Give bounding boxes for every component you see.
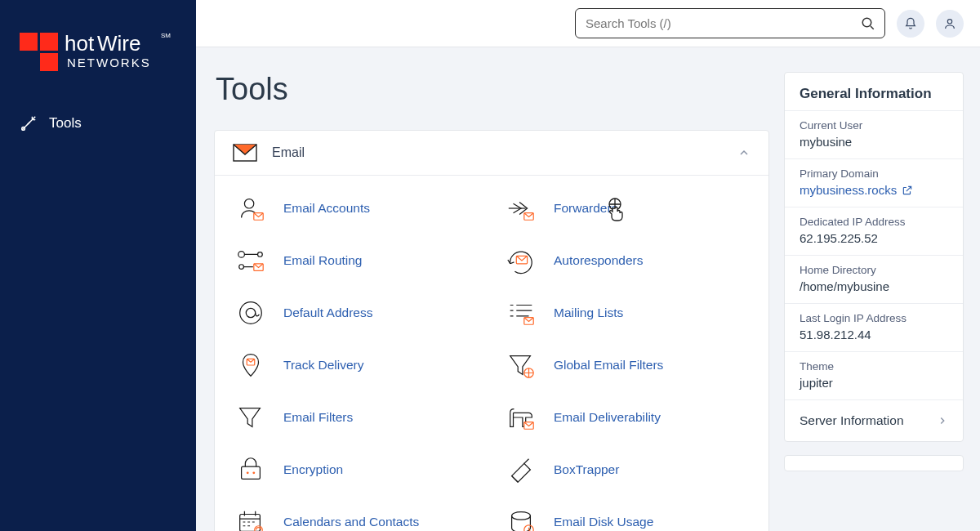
tool-label: Email Deliverability (554, 410, 661, 425)
notifications-button[interactable] (897, 10, 924, 38)
server-link-label: Server Information (800, 413, 904, 428)
email-tools-grid: Email Accounts Forwarders (215, 176, 768, 531)
search-field[interactable] (575, 8, 885, 38)
svg-point-30 (255, 526, 263, 531)
sidebar-item-tools[interactable]: Tools (0, 105, 196, 142)
tool-mailing-lists[interactable]: Mailing Lists (492, 287, 762, 339)
tool-label: BoxTrapper (554, 462, 619, 477)
external-link-icon (902, 185, 913, 196)
email-section-header[interactable]: Email (215, 131, 768, 176)
info-row-last-login: Last Login IP Address 51.98.212.44 (785, 303, 963, 351)
svg-text:Wire: Wire (97, 31, 140, 56)
cursor-pointer-icon (606, 197, 627, 221)
info-label: Theme (800, 360, 948, 373)
search-icon (861, 16, 875, 31)
global-email-filters-icon (505, 349, 537, 382)
default-address-icon (234, 297, 267, 329)
server-information-link[interactable]: Server Information (785, 399, 963, 441)
tool-label: Email Disk Usage (554, 515, 653, 529)
tool-label: Mailing Lists (554, 306, 623, 320)
forwarders-icon (505, 192, 537, 225)
tool-default-address[interactable]: Default Address (221, 287, 492, 339)
svg-point-21 (246, 308, 255, 317)
info-value: 51.98.212.44 (800, 328, 948, 341)
search-input[interactable] (575, 8, 885, 38)
tool-email-filters[interactable]: Email Filters (221, 391, 492, 444)
tool-label: Global Email Filters (554, 358, 663, 373)
svg-point-28 (252, 471, 255, 474)
mailing-lists-icon (505, 297, 537, 329)
info-value: mybusiness.rocks (800, 183, 897, 197)
info-sidebar: General Information Current User mybusin… (784, 72, 964, 484)
tool-autoresponders[interactable]: Autoresponders (492, 234, 762, 287)
primary-domain-link[interactable]: mybusiness.rocks (800, 183, 948, 197)
email-filters-icon (234, 401, 267, 434)
email-deliverability-icon (505, 401, 537, 434)
tool-calendars-and-contacts[interactable]: Calendars and Contacts (221, 496, 492, 531)
chevron-right-icon (937, 415, 948, 426)
track-delivery-icon (234, 349, 267, 382)
info-value: mybusine (800, 135, 948, 149)
info-label: Dedicated IP Address (800, 216, 948, 228)
topbar (196, 0, 980, 47)
svg-point-15 (238, 252, 245, 258)
email-accounts-icon (234, 192, 267, 225)
info-value: 62.195.225.52 (800, 231, 948, 245)
tool-email-routing[interactable]: Email Routing (221, 234, 492, 287)
svg-text:SM: SM (161, 32, 171, 39)
email-disk-usage-icon (505, 506, 537, 531)
tool-email-accounts[interactable]: Email Accounts (221, 182, 492, 234)
tool-label: Calendars and Contacts (283, 515, 419, 529)
brand-logo: hot Wire SM NETWORKS (0, 23, 196, 105)
svg-rect-0 (20, 33, 38, 51)
info-title: General Information (785, 73, 963, 110)
svg-point-8 (862, 18, 871, 27)
bell-icon (904, 17, 917, 30)
boxtrapper-icon (505, 453, 537, 486)
info-row-primary-domain: Primary Domain mybusiness.rocks (785, 158, 963, 207)
info-label: Primary Domain (800, 167, 948, 180)
info-row-home-dir: Home Directory /home/mybusine (785, 255, 963, 303)
info-card-placeholder (784, 455, 964, 471)
svg-rect-26 (242, 466, 261, 479)
info-row-ip: Dedicated IP Address 62.195.225.52 (785, 207, 963, 255)
sidebar: hot Wire SM NETWORKS Tools (0, 0, 196, 531)
encryption-icon (234, 453, 267, 486)
tool-email-deliverability[interactable]: Email Deliverability (492, 391, 762, 444)
autoresponders-icon (505, 244, 537, 277)
calendars-contacts-icon (234, 506, 267, 531)
svg-text:NETWORKS: NETWORKS (67, 56, 151, 69)
tool-label: Email Accounts (283, 201, 370, 216)
svg-rect-2 (40, 53, 58, 71)
info-label: Current User (800, 119, 948, 132)
info-label: Home Directory (800, 264, 948, 276)
info-row-theme: Theme jupiter (785, 351, 963, 399)
tools-icon (20, 114, 38, 132)
tool-label: Encryption (283, 462, 343, 477)
chevron-up-icon (737, 146, 751, 159)
svg-point-16 (258, 252, 263, 257)
info-row-current-user: Current User mybusine (785, 110, 963, 158)
tool-boxtrapper[interactable]: BoxTrapper (492, 444, 762, 496)
email-section-title: Email (272, 145, 305, 160)
tool-encryption[interactable]: Encryption (221, 444, 492, 496)
tool-email-disk-usage[interactable]: Email Disk Usage (492, 496, 762, 531)
svg-point-17 (239, 265, 244, 270)
tool-label: Email Filters (283, 410, 353, 425)
tool-label: Autoresponders (554, 253, 643, 268)
tool-track-delivery[interactable]: Track Delivery (221, 339, 492, 391)
tool-label: Default Address (283, 306, 372, 320)
svg-rect-1 (40, 33, 58, 51)
tool-label: Track Delivery (283, 358, 363, 373)
info-label: Last Login IP Address (800, 312, 948, 324)
tool-forwarders[interactable]: Forwarders (492, 182, 762, 234)
email-section-card: Email Email Accounts (214, 130, 769, 531)
tool-global-email-filters[interactable]: Global Email Filters (492, 339, 762, 391)
info-value: /home/mybusine (800, 279, 948, 293)
sidebar-item-label: Tools (49, 115, 82, 132)
user-icon (943, 17, 956, 30)
tool-label: Email Routing (283, 253, 363, 268)
envelope-icon (233, 144, 257, 162)
account-button[interactable] (936, 10, 964, 38)
svg-point-9 (947, 19, 951, 23)
